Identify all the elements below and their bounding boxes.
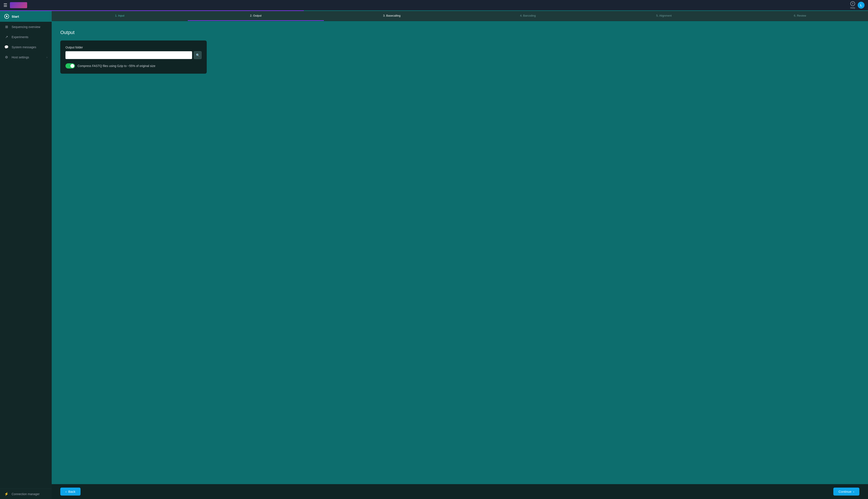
sequencing-overview-label: Sequencing overview bbox=[12, 25, 47, 29]
sidebar: Start ⊞ Sequencing overview ↗ Experiment… bbox=[0, 11, 52, 499]
messages-icon: 💬 bbox=[4, 45, 9, 49]
menu-icon[interactable]: ☰ bbox=[3, 3, 7, 8]
step-barcoding[interactable]: 4. Barcoding bbox=[460, 11, 596, 21]
sidebar-start-label: Start bbox=[12, 15, 19, 18]
compress-toggle[interactable] bbox=[65, 63, 75, 69]
output-folder-label: Output folder bbox=[65, 46, 201, 49]
sidebar-top: Start ⊞ Sequencing overview ↗ Experiment… bbox=[0, 11, 52, 489]
avatar[interactable]: L bbox=[858, 2, 865, 9]
continue-button[interactable]: Continue › bbox=[833, 488, 859, 496]
section-title: Output bbox=[60, 30, 859, 35]
back-chevron-icon: ‹ bbox=[65, 490, 66, 494]
sidebar-item-start[interactable]: Start bbox=[0, 11, 52, 22]
help-button[interactable]: ? Help bbox=[850, 1, 855, 9]
compress-toggle-row: Compress FASTQ files using Gzip to ~55% … bbox=[65, 63, 201, 69]
connection-icon: ⚡ bbox=[4, 492, 9, 496]
sidebar-item-host-settings[interactable]: ⚙ Host settings › bbox=[0, 52, 52, 62]
steps-nav: 1. Input 2. Output 3. Basecalling 4. Bar… bbox=[52, 11, 868, 21]
step-input[interactable]: 1. Input bbox=[52, 11, 188, 21]
continue-chevron-icon: › bbox=[853, 490, 854, 494]
sidebar-item-connection-manager[interactable]: ⚡ Connection manager bbox=[0, 489, 52, 499]
grid-icon: ⊞ bbox=[4, 25, 9, 29]
host-settings-label: Host settings bbox=[12, 56, 44, 59]
output-card: Output folder 🔍 Compress FASTQ files usi… bbox=[60, 40, 207, 74]
topbar: ☰ ? Help L bbox=[0, 0, 868, 10]
sidebar-item-system-messages[interactable]: 💬 System messages bbox=[0, 42, 52, 52]
toggle-knob bbox=[70, 64, 74, 68]
chevron-right-icon: › bbox=[47, 56, 47, 59]
browse-icon: 🔍 bbox=[196, 53, 200, 57]
step-alignment[interactable]: 5. Alignment bbox=[596, 11, 732, 21]
start-icon bbox=[4, 14, 9, 19]
sidebar-item-sequencing-overview[interactable]: ⊞ Sequencing overview bbox=[0, 22, 52, 32]
experiments-label: Experiments bbox=[12, 35, 47, 39]
main-layout: Start ⊞ Sequencing overview ↗ Experiment… bbox=[0, 11, 868, 499]
folder-input-row: 🔍 bbox=[65, 51, 201, 59]
settings-icon: ⚙ bbox=[4, 55, 9, 59]
folder-input[interactable] bbox=[65, 51, 192, 59]
system-messages-label: System messages bbox=[12, 46, 47, 49]
compress-label: Compress FASTQ files using Gzip to ~55% … bbox=[77, 64, 155, 68]
logo bbox=[10, 2, 27, 8]
content-area: 1. Input 2. Output 3. Basecalling 4. Bar… bbox=[52, 11, 868, 499]
step-basecalling[interactable]: 3. Basecalling bbox=[324, 11, 460, 21]
back-button[interactable]: ‹ Back bbox=[60, 488, 81, 496]
topbar-left: ☰ bbox=[3, 2, 27, 8]
footer: ‹ Back Continue › bbox=[52, 484, 868, 499]
step-review[interactable]: 6. Review bbox=[732, 11, 868, 21]
topbar-right: ? Help L bbox=[850, 1, 865, 9]
help-label: Help bbox=[850, 7, 855, 9]
sidebar-item-experiments[interactable]: ↗ Experiments bbox=[0, 32, 52, 42]
experiments-icon: ↗ bbox=[4, 35, 9, 39]
main-content: Output Output folder 🔍 Compress FASTQ fi… bbox=[52, 21, 868, 484]
browse-button[interactable]: 🔍 bbox=[194, 51, 201, 59]
step-output[interactable]: 2. Output bbox=[188, 11, 324, 21]
help-icon: ? bbox=[850, 1, 855, 6]
connection-manager-label: Connection manager bbox=[12, 492, 40, 496]
